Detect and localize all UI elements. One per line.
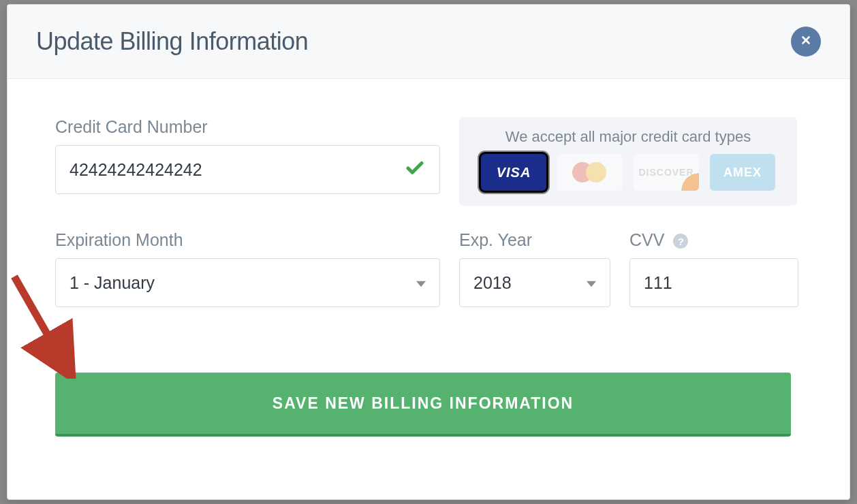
modal-header: Update Billing Information [7,5,850,79]
exp-month-label: Expiration Month [55,230,440,250]
exp-year-field: Exp. Year 2018 [459,230,610,307]
modal-title: Update Billing Information [36,27,308,56]
amex-logo: AMEX [710,154,775,191]
modal-body: Credit Card Number We accept all major c… [7,79,850,499]
credit-card-text[interactable] [69,160,399,180]
exp-month-field: Expiration Month 1 - January [55,230,440,307]
cvv-input[interactable] [629,258,798,307]
discover-logo: DISCOVER [634,154,699,191]
save-button[interactable]: SAVE NEW BILLING INFORMATION [55,373,791,437]
close-button[interactable] [791,27,821,57]
accepted-cards-text: We accept all major credit card types [476,128,781,146]
credit-card-field: Credit Card Number [55,117,440,206]
checkmark-icon [405,158,425,181]
billing-modal: Update Billing Information Credit Card N… [7,4,850,500]
exp-year-label: Exp. Year [459,230,610,250]
exp-month-value: 1 - January [69,273,155,293]
credit-card-input[interactable] [55,145,440,194]
close-icon [800,33,812,50]
cvv-label: CVV ? [629,230,798,250]
chevron-down-icon [587,273,596,293]
card-logos: VISA DISCOVER AMEX [476,154,781,191]
cvv-text[interactable] [644,273,784,293]
exp-month-select[interactable]: 1 - January [55,258,440,307]
help-icon[interactable]: ? [673,234,688,249]
mastercard-logo [557,154,623,191]
cvv-field: CVV ? [629,230,798,307]
accepted-cards-panel: We accept all major credit card types VI… [459,117,797,206]
exp-year-value: 2018 [473,273,512,293]
credit-card-label: Credit Card Number [55,117,440,137]
visa-logo: VISA [481,154,546,191]
exp-year-select[interactable]: 2018 [459,258,610,307]
chevron-down-icon [416,273,426,293]
